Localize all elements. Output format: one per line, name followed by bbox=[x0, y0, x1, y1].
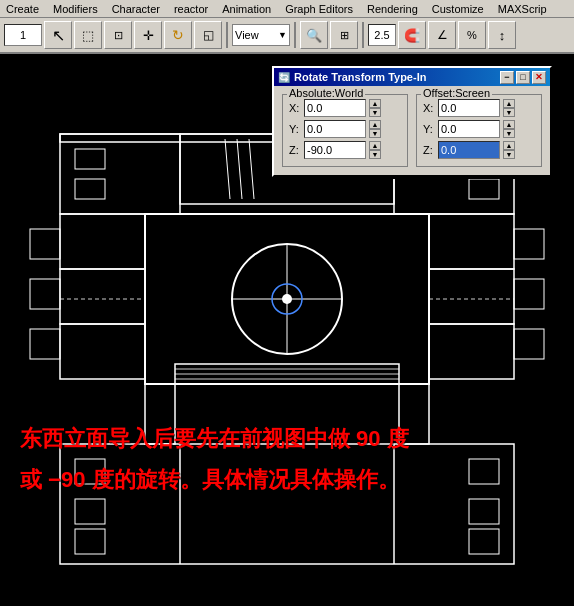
view-dropdown[interactable]: View ▼ bbox=[232, 24, 290, 46]
close-button[interactable]: ✕ bbox=[532, 71, 546, 84]
absolute-section-label: Absolute:World bbox=[287, 87, 365, 99]
separator-2 bbox=[294, 22, 296, 48]
snap-angle-btn[interactable]: ∠ bbox=[428, 21, 456, 49]
offset-screen-section: Offset:Screen X: 0.0 ▲ ▼ Y: 0.0 ▲ ▼ bbox=[416, 94, 542, 167]
region-select-btn[interactable]: ⬚ bbox=[74, 21, 102, 49]
offset-x-input[interactable]: 0.0 bbox=[438, 99, 500, 117]
zoom-region-btn[interactable]: ⊞ bbox=[330, 21, 358, 49]
spin-up-icon[interactable]: ▲ bbox=[503, 120, 515, 129]
svg-rect-2 bbox=[75, 149, 105, 169]
select-icon: ✛ bbox=[143, 28, 154, 43]
offset-y-row: Y: 0.0 ▲ ▼ bbox=[423, 120, 535, 138]
snap-icon: 🧲 bbox=[404, 28, 420, 43]
select-filter-btn[interactable]: ⊡ bbox=[104, 21, 132, 49]
absolute-y-input[interactable]: 0.0 bbox=[304, 120, 366, 138]
menu-maxscript[interactable]: MAXScrip bbox=[494, 2, 551, 16]
dialog-controls: − □ ✕ bbox=[500, 71, 546, 84]
dialog-title-text: Rotate Transform Type-In bbox=[294, 71, 426, 83]
spin-up-icon[interactable]: ▲ bbox=[369, 120, 381, 129]
select-object-btn[interactable]: ✛ bbox=[134, 21, 162, 49]
chevron-down-icon: ▼ bbox=[278, 30, 287, 40]
dialog-title-left: 🔄 Rotate Transform Type-In bbox=[278, 71, 426, 83]
annotation-line1: 东西立面导入后要先在前视图中做 90 度 bbox=[20, 422, 409, 455]
menu-reactor[interactable]: reactor bbox=[170, 2, 212, 16]
spin-up-icon[interactable]: ▲ bbox=[503, 99, 515, 108]
menu-modifiers[interactable]: Modifiers bbox=[49, 2, 102, 16]
separator-3 bbox=[362, 22, 364, 48]
spin-up-icon[interactable]: ▲ bbox=[369, 141, 381, 150]
select-tool-btn[interactable]: ↖ bbox=[44, 21, 72, 49]
offset-y-input[interactable]: 0.0 bbox=[438, 120, 500, 138]
dialog-icon: 🔄 bbox=[278, 72, 290, 83]
spin-down-icon[interactable]: ▼ bbox=[503, 108, 515, 117]
svg-rect-21 bbox=[514, 279, 544, 309]
annotation-line2: 或 −90 度的旋转。具体情况具体操作。 bbox=[20, 463, 409, 496]
svg-rect-37 bbox=[75, 499, 105, 524]
absolute-y-spinner[interactable]: ▲ ▼ bbox=[369, 120, 381, 138]
spin-down-icon[interactable]: ▼ bbox=[369, 108, 381, 117]
svg-rect-16 bbox=[30, 329, 60, 359]
svg-rect-39 bbox=[469, 459, 499, 484]
dialog-titlebar: 🔄 Rotate Transform Type-In − □ ✕ bbox=[274, 68, 550, 86]
scale-icon: ◱ bbox=[203, 28, 214, 42]
menu-customize[interactable]: Customize bbox=[428, 2, 488, 16]
minimize-button[interactable]: − bbox=[500, 71, 514, 84]
offset-z-label: Z: bbox=[423, 144, 435, 156]
absolute-x-input[interactable]: 0.0 bbox=[304, 99, 366, 117]
offset-z-input[interactable]: 0.0 bbox=[438, 141, 500, 159]
absolute-x-label: X: bbox=[289, 102, 301, 114]
svg-rect-13 bbox=[60, 324, 145, 379]
svg-rect-10 bbox=[469, 179, 499, 199]
svg-rect-14 bbox=[30, 229, 60, 259]
snap-percent-btn[interactable]: % bbox=[458, 21, 486, 49]
svg-line-6 bbox=[237, 139, 242, 199]
svg-line-7 bbox=[249, 139, 254, 199]
spin-down-icon[interactable]: ▼ bbox=[369, 150, 381, 159]
svg-rect-3 bbox=[75, 179, 105, 199]
menu-bar: Create Modifiers Character reactor Anima… bbox=[0, 0, 574, 18]
offset-x-spinner[interactable]: ▲ ▼ bbox=[503, 99, 515, 117]
menu-create[interactable]: Create bbox=[2, 2, 43, 16]
angle-icon: ∠ bbox=[437, 28, 448, 42]
svg-rect-1 bbox=[60, 134, 180, 214]
svg-rect-12 bbox=[60, 269, 145, 324]
dialog-body: Absolute:World X: 0.0 ▲ ▼ Y: 0.0 ▲ ▼ bbox=[274, 86, 550, 175]
svg-rect-22 bbox=[514, 329, 544, 359]
offset-y-spinner[interactable]: ▲ ▼ bbox=[503, 120, 515, 138]
menu-character[interactable]: Character bbox=[108, 2, 164, 16]
offset-z-row: Z: 0.0 ▲ ▼ bbox=[423, 141, 535, 159]
offset-z-spinner[interactable]: ▲ ▼ bbox=[503, 141, 515, 159]
rotate-transform-dialog: 🔄 Rotate Transform Type-In − □ ✕ Absolut… bbox=[272, 66, 552, 177]
offset-section-label: Offset:Screen bbox=[421, 87, 492, 99]
menu-rendering[interactable]: Rendering bbox=[363, 2, 422, 16]
percent-icon: % bbox=[467, 29, 477, 41]
spinner-snap-btn[interactable]: ↕ bbox=[488, 21, 516, 49]
menu-animation[interactable]: Animation bbox=[218, 2, 275, 16]
region-icon: ⬚ bbox=[82, 28, 94, 43]
absolute-y-row: Y: 0.0 ▲ ▼ bbox=[289, 120, 401, 138]
spin-up-icon[interactable]: ▲ bbox=[503, 141, 515, 150]
svg-rect-41 bbox=[469, 529, 499, 554]
viewport: 🔄 Rotate Transform Type-In − □ ✕ Absolut… bbox=[0, 54, 574, 606]
spin-down-icon[interactable]: ▼ bbox=[503, 150, 515, 159]
filter-icon: ⊡ bbox=[114, 29, 123, 42]
snap-toggle-btn[interactable]: 🧲 bbox=[398, 21, 426, 49]
spin-down-icon[interactable]: ▼ bbox=[503, 129, 515, 138]
scale-btn[interactable]: ◱ bbox=[194, 21, 222, 49]
rotate-btn[interactable]: ↻ bbox=[164, 21, 192, 49]
toolbar: 1 ↖ ⬚ ⊡ ✛ ↻ ◱ View ▼ 🔍 ⊞ 2.5 🧲 ∠ % ↕ bbox=[0, 18, 574, 54]
zoom-value-input[interactable]: 2.5 bbox=[368, 24, 396, 46]
zoom-icon: 🔍 bbox=[306, 28, 322, 43]
absolute-z-input[interactable]: -90.0 bbox=[304, 141, 366, 159]
absolute-x-spinner[interactable]: ▲ ▼ bbox=[369, 99, 381, 117]
view-label: View bbox=[235, 29, 259, 41]
svg-rect-18 bbox=[429, 269, 514, 324]
svg-rect-19 bbox=[429, 324, 514, 379]
menu-graph-editors[interactable]: Graph Editors bbox=[281, 2, 357, 16]
absolute-z-spinner[interactable]: ▲ ▼ bbox=[369, 141, 381, 159]
spin-up-icon[interactable]: ▲ bbox=[369, 99, 381, 108]
toolbar-input[interactable]: 1 bbox=[4, 24, 42, 46]
spin-down-icon[interactable]: ▼ bbox=[369, 129, 381, 138]
zoom-extents-btn[interactable]: 🔍 bbox=[300, 21, 328, 49]
maximize-button[interactable]: □ bbox=[516, 71, 530, 84]
